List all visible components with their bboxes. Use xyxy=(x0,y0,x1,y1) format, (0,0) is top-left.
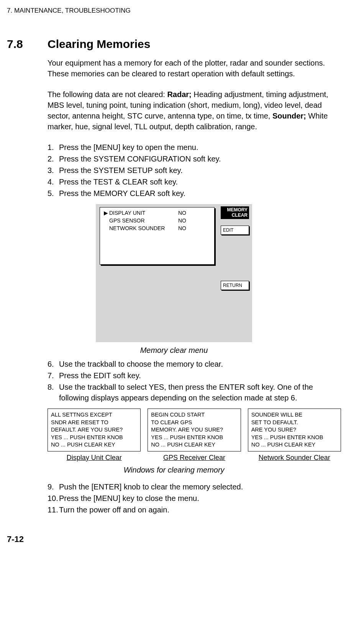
cursor-icon xyxy=(104,225,109,231)
step-text: Press the [MENU] key to close the menu. xyxy=(59,493,341,504)
list-item: 4.Press the TEST & CLEAR soft key. xyxy=(48,176,341,187)
section-heading: 7.8 Clearing Memories xyxy=(7,38,341,51)
dialog-gps-receiver-clear: BEGIN COLD START TO CLEAR GPS MEMORY. AR… xyxy=(148,409,241,451)
list-item: 10.Press the [MENU] key to close the men… xyxy=(48,493,341,504)
list-item: 9.Push the [ENTER] knob to clear the mem… xyxy=(48,481,341,492)
step-number: 7. xyxy=(48,370,59,381)
not-cleared-paragraph: The following data are not cleared: Rada… xyxy=(48,89,341,132)
cursor-icon xyxy=(104,217,109,224)
step-text: Turn the power off and on again. xyxy=(59,504,341,515)
step-text: Press the [MENU] key to open the menu. xyxy=(59,142,341,153)
step-text: Press the SYSTEM CONFIGURATION soft key. xyxy=(59,153,341,164)
figure-caption-2: Windows for clearing memory xyxy=(7,466,341,474)
menu-title-line1: MEMORY xyxy=(227,207,248,213)
step-number: 10. xyxy=(48,493,59,504)
bold-sounder: Sounder; xyxy=(272,112,306,120)
menu-item-label: DISPLAY UNIT xyxy=(109,210,178,216)
figure-memory-clear-menu: ▶ DISPLAY UNIT NO GPS SENSOR NO NETWORK … xyxy=(7,204,341,355)
menu-row: ▶ DISPLAY UNIT NO xyxy=(104,210,210,216)
step-number: 6. xyxy=(48,359,59,369)
step-text: Press the TEST & CLEAR soft key. xyxy=(59,176,341,187)
edit-softkey: EDIT xyxy=(221,226,249,235)
step-number: 8. xyxy=(48,382,59,403)
menu-item-value: NO xyxy=(178,225,186,231)
step-number: 2. xyxy=(48,153,59,164)
caption-display-unit: Display Unit Clear xyxy=(48,454,141,462)
cursor-icon: ▶ xyxy=(104,210,109,216)
page-number: 7-12 xyxy=(7,534,341,544)
step-number: 9. xyxy=(48,481,59,492)
steps-list-3: 9.Push the [ENTER] knob to clear the mem… xyxy=(48,481,341,515)
windows-row: ALL SETTNGS EXCEPT SNDR ARE RESET TO DEF… xyxy=(48,409,341,451)
figure-caption: Memory clear menu xyxy=(140,346,208,355)
running-head: 7. MAINTENANCE, TROUBLESHOOTING xyxy=(7,7,341,15)
dialog-network-sounder-clear: SOUNDER WILL BE SET TO DEFAULT. ARE YOU … xyxy=(248,409,341,451)
list-item: 5.Press the MEMORY CLEAR soft key. xyxy=(48,188,341,199)
caption-gps-receiver: GPS Receiver Clear xyxy=(148,454,241,462)
list-item: 6.Use the trackball to choose the memory… xyxy=(48,359,341,369)
dialog-display-unit-clear: ALL SETTNGS EXCEPT SNDR ARE RESET TO DEF… xyxy=(48,409,141,451)
return-softkey: RETURN xyxy=(221,281,249,290)
menu-item-label: NETWORK SOUNDER xyxy=(109,225,178,231)
menu-row: GPS SENSOR NO xyxy=(104,217,210,224)
list-item: 8.Use the trackball to select YES, then … xyxy=(48,382,341,403)
menu-item-value: NO xyxy=(178,217,186,224)
steps-list-2: 6.Use the trackball to choose the memory… xyxy=(48,359,341,403)
step-text: Use the trackball to choose the memory t… xyxy=(59,359,341,369)
menu-title: MEMORY CLEAR xyxy=(221,206,249,219)
section-number: 7.8 xyxy=(7,38,48,51)
menu-item-label: GPS SENSOR xyxy=(109,217,178,224)
device-screen: ▶ DISPLAY UNIT NO GPS SENSOR NO NETWORK … xyxy=(96,204,252,342)
step-text: Press the SYSTEM SETUP soft key. xyxy=(59,165,341,176)
list-item: 2.Press the SYSTEM CONFIGURATION soft ke… xyxy=(48,153,341,164)
list-item: 11.Turn the power off and on again. xyxy=(48,504,341,515)
step-number: 3. xyxy=(48,165,59,176)
step-number: 1. xyxy=(48,142,59,153)
step-number: 5. xyxy=(48,188,59,199)
step-number: 11. xyxy=(48,504,59,515)
windows-captions: Display Unit Clear GPS Receiver Clear Ne… xyxy=(48,454,341,462)
menu-panel: ▶ DISPLAY UNIT NO GPS SENSOR NO NETWORK … xyxy=(100,207,215,265)
menu-title-line2: CLEAR xyxy=(232,213,248,218)
caption-network-sounder: Network Sounder Clear xyxy=(248,454,341,462)
section-title: Clearing Memories xyxy=(48,38,150,51)
step-text: Push the [ENTER] knob to clear the memor… xyxy=(59,481,341,492)
list-item: 7.Press the EDIT soft key. xyxy=(48,370,341,381)
menu-row: NETWORK SOUNDER NO xyxy=(104,225,210,231)
list-item: 1.Press the [MENU] key to open the menu. xyxy=(48,142,341,153)
step-text: Use the trackball to select YES, then pr… xyxy=(59,382,341,403)
step-text: Press the MEMORY CLEAR soft key. xyxy=(59,188,341,199)
intro-paragraph: Your equipment has a memory for each of … xyxy=(48,58,341,79)
step-text: Press the EDIT soft key. xyxy=(59,370,341,381)
bold-radar: Radar; xyxy=(167,90,191,99)
menu-item-value: NO xyxy=(178,210,186,216)
steps-list-1: 1.Press the [MENU] key to open the menu.… xyxy=(48,142,341,199)
list-item: 3.Press the SYSTEM SETUP soft key. xyxy=(48,165,341,176)
text: The following data are not cleared: xyxy=(48,90,167,99)
step-number: 4. xyxy=(48,176,59,187)
